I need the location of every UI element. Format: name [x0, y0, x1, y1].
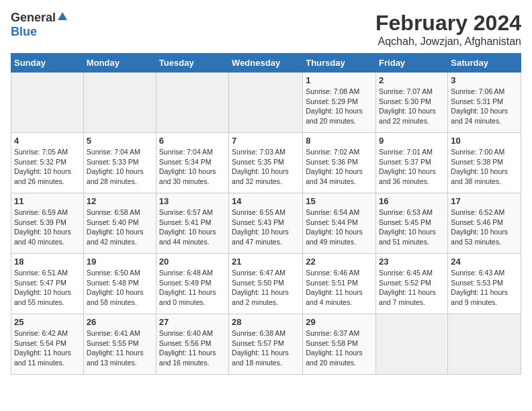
calendar-week-row: 4Sunrise: 7:05 AM Sunset: 5:32 PM Daylig… — [11, 133, 521, 193]
column-header-monday: Monday — [83, 54, 156, 73]
title-area: February 2024 Aqchah, Jowzjan, Afghanist… — [375, 11, 521, 48]
day-number: 2 — [379, 75, 445, 85]
day-info: Sunrise: 7:07 AM Sunset: 5:30 PM Dayligh… — [379, 87, 445, 126]
calendar-cell: 23Sunrise: 6:45 AM Sunset: 5:52 PM Dayli… — [376, 254, 448, 314]
logo-icon — [56, 11, 69, 23]
day-number: 10 — [451, 136, 518, 146]
day-info: Sunrise: 7:06 AM Sunset: 5:31 PM Dayligh… — [451, 87, 518, 126]
logo: General Blue — [11, 11, 69, 39]
day-number: 24 — [451, 257, 518, 267]
calendar-cell: 29Sunrise: 6:37 AM Sunset: 5:58 PM Dayli… — [303, 314, 376, 375]
svg-marker-0 — [58, 12, 67, 20]
day-info: Sunrise: 7:08 AM Sunset: 5:29 PM Dayligh… — [306, 87, 373, 126]
calendar-cell: 21Sunrise: 6:47 AM Sunset: 5:50 PM Dayli… — [229, 254, 303, 314]
day-number: 20 — [159, 257, 226, 267]
logo-blue: Blue — [11, 25, 37, 39]
calendar-cell: 22Sunrise: 6:46 AM Sunset: 5:51 PM Dayli… — [303, 254, 376, 314]
column-header-thursday: Thursday — [303, 54, 376, 73]
day-info: Sunrise: 6:38 AM Sunset: 5:57 PM Dayligh… — [232, 328, 300, 368]
day-info: Sunrise: 6:47 AM Sunset: 5:50 PM Dayligh… — [232, 268, 300, 308]
day-info: Sunrise: 6:58 AM Sunset: 5:40 PM Dayligh… — [87, 208, 153, 247]
month-title: February 2024 — [375, 11, 521, 36]
day-number: 26 — [87, 317, 153, 327]
day-number: 11 — [14, 196, 81, 206]
header: General Blue February 2024 Aqchah, Jowzj… — [11, 11, 521, 48]
logo-general: General — [11, 11, 56, 25]
calendar-cell: 27Sunrise: 6:40 AM Sunset: 5:56 PM Dayli… — [156, 314, 228, 375]
calendar-cell: 6Sunrise: 7:04 AM Sunset: 5:34 PM Daylig… — [156, 133, 228, 193]
calendar-cell: 9Sunrise: 7:01 AM Sunset: 5:37 PM Daylig… — [376, 133, 448, 193]
day-number: 21 — [232, 257, 300, 267]
day-number: 25 — [14, 317, 81, 327]
day-number: 23 — [379, 257, 445, 267]
calendar-cell: 16Sunrise: 6:53 AM Sunset: 5:45 PM Dayli… — [376, 193, 448, 254]
day-number: 16 — [379, 196, 445, 206]
day-info: Sunrise: 6:45 AM Sunset: 5:52 PM Dayligh… — [379, 268, 445, 308]
calendar-cell — [11, 73, 84, 133]
day-number: 14 — [232, 196, 300, 206]
day-number: 29 — [306, 317, 373, 327]
day-info: Sunrise: 6:54 AM Sunset: 5:44 PM Dayligh… — [306, 208, 373, 247]
calendar-cell: 11Sunrise: 6:59 AM Sunset: 5:39 PM Dayli… — [11, 193, 84, 254]
column-header-wednesday: Wednesday — [229, 54, 303, 73]
day-info: Sunrise: 6:46 AM Sunset: 5:51 PM Dayligh… — [306, 268, 373, 308]
column-header-friday: Friday — [376, 54, 448, 73]
column-header-tuesday: Tuesday — [156, 54, 228, 73]
calendar-week-row: 18Sunrise: 6:51 AM Sunset: 5:47 PM Dayli… — [11, 254, 521, 314]
day-number: 12 — [87, 196, 153, 206]
day-info: Sunrise: 7:04 AM Sunset: 5:33 PM Dayligh… — [87, 147, 153, 187]
calendar-header-row: SundayMondayTuesdayWednesdayThursdayFrid… — [11, 54, 521, 73]
day-number: 22 — [306, 257, 373, 267]
day-info: Sunrise: 6:57 AM Sunset: 5:41 PM Dayligh… — [159, 208, 226, 247]
day-info: Sunrise: 7:03 AM Sunset: 5:35 PM Dayligh… — [232, 147, 300, 187]
day-number: 17 — [451, 196, 518, 206]
day-info: Sunrise: 6:52 AM Sunset: 5:46 PM Dayligh… — [451, 208, 518, 247]
day-info: Sunrise: 7:01 AM Sunset: 5:37 PM Dayligh… — [379, 147, 445, 187]
calendar-cell: 17Sunrise: 6:52 AM Sunset: 5:46 PM Dayli… — [448, 193, 521, 254]
day-info: Sunrise: 6:53 AM Sunset: 5:45 PM Dayligh… — [379, 208, 445, 247]
day-info: Sunrise: 7:04 AM Sunset: 5:34 PM Dayligh… — [159, 147, 226, 187]
day-info: Sunrise: 7:02 AM Sunset: 5:36 PM Dayligh… — [306, 147, 373, 187]
calendar-cell: 20Sunrise: 6:48 AM Sunset: 5:49 PM Dayli… — [156, 254, 228, 314]
calendar-cell: 2Sunrise: 7:07 AM Sunset: 5:30 PM Daylig… — [376, 73, 448, 133]
day-number: 5 — [87, 136, 153, 146]
day-info: Sunrise: 6:48 AM Sunset: 5:49 PM Dayligh… — [159, 268, 226, 308]
calendar-cell: 5Sunrise: 7:04 AM Sunset: 5:33 PM Daylig… — [83, 133, 156, 193]
calendar-cell: 25Sunrise: 6:42 AM Sunset: 5:54 PM Dayli… — [11, 314, 84, 375]
calendar-cell: 3Sunrise: 7:06 AM Sunset: 5:31 PM Daylig… — [448, 73, 521, 133]
calendar-cell: 24Sunrise: 6:43 AM Sunset: 5:53 PM Dayli… — [448, 254, 521, 314]
calendar-cell — [156, 73, 228, 133]
day-number: 1 — [306, 75, 373, 85]
calendar-cell: 13Sunrise: 6:57 AM Sunset: 5:41 PM Dayli… — [156, 193, 228, 254]
day-number: 27 — [159, 317, 226, 327]
column-header-sunday: Sunday — [11, 54, 84, 73]
day-number: 19 — [87, 257, 153, 267]
calendar-cell: 28Sunrise: 6:38 AM Sunset: 5:57 PM Dayli… — [229, 314, 303, 375]
day-number: 8 — [306, 136, 373, 146]
calendar-cell: 26Sunrise: 6:41 AM Sunset: 5:55 PM Dayli… — [83, 314, 156, 375]
day-info: Sunrise: 6:41 AM Sunset: 5:55 PM Dayligh… — [87, 328, 153, 368]
day-info: Sunrise: 6:43 AM Sunset: 5:53 PM Dayligh… — [451, 268, 518, 308]
calendar-body: 1Sunrise: 7:08 AM Sunset: 5:29 PM Daylig… — [11, 73, 521, 375]
calendar-cell: 1Sunrise: 7:08 AM Sunset: 5:29 PM Daylig… — [303, 73, 376, 133]
calendar-week-row: 11Sunrise: 6:59 AM Sunset: 5:39 PM Dayli… — [11, 193, 521, 254]
day-number: 3 — [451, 75, 518, 85]
calendar-cell: 18Sunrise: 6:51 AM Sunset: 5:47 PM Dayli… — [11, 254, 84, 314]
day-info: Sunrise: 6:55 AM Sunset: 5:43 PM Dayligh… — [232, 208, 300, 247]
day-info: Sunrise: 6:59 AM Sunset: 5:39 PM Dayligh… — [14, 208, 81, 247]
day-info: Sunrise: 6:40 AM Sunset: 5:56 PM Dayligh… — [159, 328, 226, 368]
calendar-cell: 19Sunrise: 6:50 AM Sunset: 5:48 PM Dayli… — [83, 254, 156, 314]
calendar-week-row: 1Sunrise: 7:08 AM Sunset: 5:29 PM Daylig… — [11, 73, 521, 133]
calendar-week-row: 25Sunrise: 6:42 AM Sunset: 5:54 PM Dayli… — [11, 314, 521, 375]
day-info: Sunrise: 7:05 AM Sunset: 5:32 PM Dayligh… — [14, 147, 81, 187]
column-header-saturday: Saturday — [448, 54, 521, 73]
calendar-cell — [448, 314, 521, 375]
calendar-cell: 14Sunrise: 6:55 AM Sunset: 5:43 PM Dayli… — [229, 193, 303, 254]
calendar-cell: 12Sunrise: 6:58 AM Sunset: 5:40 PM Dayli… — [83, 193, 156, 254]
day-number: 28 — [232, 317, 300, 327]
day-number: 9 — [379, 136, 445, 146]
calendar-cell — [83, 73, 156, 133]
calendar-cell: 8Sunrise: 7:02 AM Sunset: 5:36 PM Daylig… — [303, 133, 376, 193]
day-number: 15 — [306, 196, 373, 206]
calendar-cell — [229, 73, 303, 133]
